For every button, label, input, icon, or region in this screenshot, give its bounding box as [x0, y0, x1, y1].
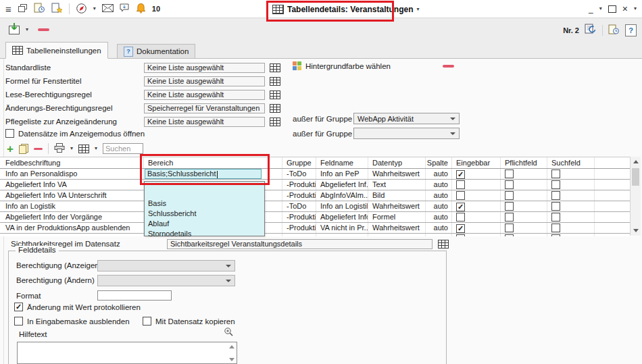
suchfeld-checkbox[interactable] — [551, 202, 560, 211]
column-header[interactable]: Feldbeschriftung — [0, 157, 144, 168]
anzeigemodus-checkbox[interactable] — [5, 129, 14, 138]
remove-background-color-icon[interactable] — [443, 65, 454, 68]
table-lookup-icon[interactable] — [270, 77, 280, 86]
pflichtfeld-checkbox[interactable] — [505, 202, 514, 211]
column-header[interactable]: Pflichtfeld — [501, 157, 547, 168]
table-row[interactable]: VA in der ProduktionsApp ausblenden -Pro… — [0, 223, 641, 234]
except-group-select-2[interactable] — [353, 128, 460, 139]
tab-dokumentation[interactable]: ? Dokumentation — [117, 44, 195, 59]
except-group-select-1[interactable]: WebApp Aktivität — [353, 113, 460, 124]
import-icon[interactable] — [8, 23, 22, 36]
suchfeld-checkbox[interactable] — [551, 224, 560, 232]
cell-feldname[interactable]: Abgeliefert Info — [316, 212, 368, 222]
table-scrollbar[interactable] — [630, 157, 641, 236]
print-dropdown-icon[interactable]: ▾ — [70, 146, 73, 151]
pflichtfeld-checkbox[interactable] — [505, 170, 514, 178]
cell-datentyp[interactable]: Text — [368, 180, 426, 190]
cell-spalte[interactable] — [426, 234, 452, 236]
cell-spalte[interactable]: auto — [426, 190, 452, 201]
dropdown-option[interactable]: Stornodetails — [145, 229, 264, 239]
restore-icon[interactable] — [608, 5, 616, 13]
cell-feldname[interactable]: VA nicht in Pr... — [316, 223, 368, 233]
cell-spalte[interactable]: auto — [426, 169, 452, 179]
berechtigung-anzeigen-select[interactable] — [97, 260, 235, 271]
cell-datentyp[interactable]: Bild — [368, 190, 426, 201]
cell-datentyp[interactable]: Formel — [368, 212, 426, 222]
scroll-down-icon[interactable] — [229, 358, 234, 361]
cell-feldbeschriftung[interactable]: Abgeliefert Info VA — [0, 180, 144, 190]
cell-feldbeschriftung[interactable]: Abgeliefert Info VA Unterschrift — [0, 190, 144, 201]
column-header[interactable]: Datentyp — [368, 157, 426, 168]
cell-feldname[interactable] — [316, 234, 368, 236]
delete-icon[interactable] — [38, 28, 49, 31]
table-row[interactable]: Info an Logistik -ToDo Info an Logistik … — [0, 201, 641, 212]
cell-spalte[interactable]: auto — [426, 223, 452, 233]
cell-feldbeschriftung[interactable]: VA in der ProduktionsApp ausblenden — [0, 223, 144, 233]
minimize-icon[interactable]: _ — [589, 5, 593, 13]
cell-spalte[interactable]: auto — [426, 212, 452, 222]
list-field[interactable]: Speicherregel für Veranstaltungen — [144, 103, 265, 113]
column-header[interactable]: Feldname — [316, 157, 368, 168]
pflichtfeld-checkbox[interactable] — [505, 180, 514, 189]
cell-gruppe[interactable]: -ToDo — [282, 169, 316, 179]
delete-row-icon[interactable] — [34, 148, 43, 150]
history-document-icon[interactable] — [608, 24, 620, 36]
bereich-dropdown-list[interactable]: BasisSchlussberichtAblaufStornodetails — [144, 181, 265, 236]
cell-feldname[interactable]: AbgInfoVAIm... — [316, 190, 368, 201]
cell-gruppe[interactable]: -Produktion A... — [282, 180, 316, 190]
column-header[interactable]: Eingebbar — [452, 157, 501, 168]
pflichtfeld-checkbox[interactable] — [505, 224, 514, 232]
cell-datentyp[interactable]: Wahrheitswert — [368, 169, 426, 179]
table-row[interactable]: Info an Personaldispo -ToDo Info an PeP … — [0, 169, 641, 180]
cell-feldname[interactable]: Abgeliefert Inf... — [316, 180, 368, 190]
suchfeld-checkbox[interactable] — [551, 213, 560, 222]
search-input[interactable] — [103, 143, 143, 154]
dropdown-option[interactable]: Ablauf — [145, 219, 264, 229]
cell-gruppe[interactable] — [282, 234, 316, 236]
favorite-document-icon[interactable] — [51, 3, 63, 15]
scroll-down-icon[interactable] — [631, 226, 641, 236]
cell-feldbeschriftung[interactable]: Info an Logistik — [0, 201, 144, 211]
table-lookup-icon[interactable] — [270, 63, 280, 72]
tab-tabelleneinstellungen[interactable]: Tabelleneinstellungen — [5, 42, 108, 59]
cell-gruppe[interactable]: -Produktion A... — [282, 212, 316, 222]
navigation-icon[interactable] — [76, 3, 87, 16]
pflichtfeld-checkbox[interactable] — [505, 234, 514, 236]
mail-icon[interactable] — [102, 4, 114, 14]
notification-count[interactable]: 10 — [152, 5, 160, 13]
recent-document-icon[interactable] — [34, 3, 45, 15]
dropdown-option[interactable]: Basis — [145, 199, 264, 209]
eingebbar-checkbox[interactable] — [456, 191, 465, 200]
column-header[interactable]: Suchfeld — [547, 157, 595, 168]
cell-gruppe[interactable]: -Produktion A... — [282, 223, 316, 233]
close-icon[interactable]: × — [622, 4, 628, 14]
cell-feldbeschriftung[interactable]: Info an Personaldispo — [0, 169, 144, 179]
table-row[interactable]: Abgeliefert Info VA -Produktion A... Abg… — [0, 180, 641, 190]
cell-spalte[interactable]: auto — [426, 201, 452, 211]
print-icon[interactable] — [54, 143, 65, 154]
kopieren-checkbox[interactable] — [143, 317, 151, 326]
dropdown-option[interactable]: Schlussbericht — [145, 209, 264, 219]
cell-datentyp[interactable]: Wahrheitswert — [368, 223, 426, 233]
cell-datentyp[interactable] — [368, 234, 426, 236]
help-icon[interactable]: ? — [625, 24, 637, 36]
refresh-document-icon[interactable] — [585, 24, 597, 36]
pflichtfeld-checkbox[interactable] — [505, 213, 514, 222]
cell-datentyp[interactable]: Wahrheitswert — [368, 201, 426, 211]
hilfetext-textarea[interactable] — [17, 342, 237, 364]
eingabemaske-checkbox[interactable] — [14, 317, 23, 326]
eingebbar-checkbox[interactable] — [456, 203, 465, 211]
title-dropdown-icon[interactable]: ▾ — [417, 7, 420, 12]
column-header[interactable]: Spalte — [426, 157, 452, 168]
eingebbar-checkbox[interactable] — [456, 213, 465, 222]
eingebbar-checkbox[interactable] — [456, 180, 465, 189]
background-color-row[interactable]: Hintergrundfarbe wählen — [293, 61, 391, 70]
list-field[interactable]: Keine Liste ausgewählt — [144, 63, 265, 73]
cell-feldname[interactable]: Info an PeP — [316, 169, 368, 179]
close-dropdown-icon[interactable]: ▾ — [634, 6, 637, 11]
minimize-dropdown-icon[interactable]: ▾ — [599, 6, 602, 11]
copy-row-icon[interactable] — [19, 144, 28, 153]
protokollieren-checkbox[interactable] — [14, 303, 23, 311]
windows-icon[interactable] — [18, 4, 28, 14]
format-input[interactable] — [97, 290, 172, 301]
